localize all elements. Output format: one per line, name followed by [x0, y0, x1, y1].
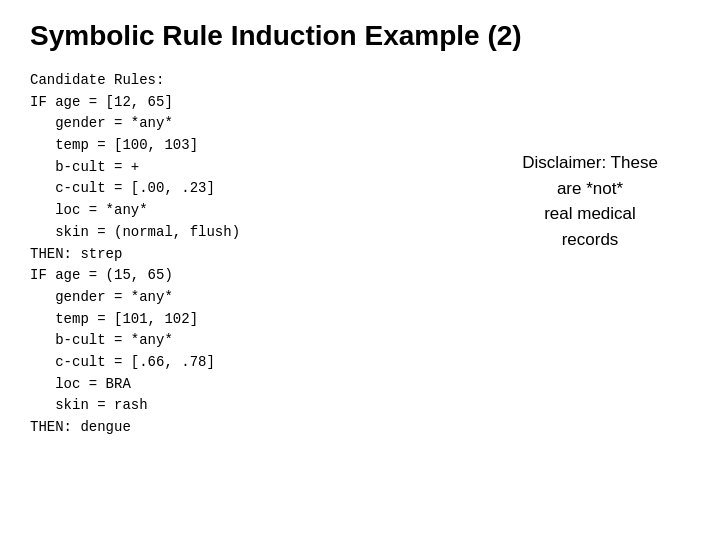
code-line-9: THEN: strep — [30, 246, 122, 262]
code-line-15: loc = BRA — [30, 376, 131, 392]
code-line-14: c-cult = [.66, .78] — [30, 354, 215, 370]
code-line-8: skin = (normal, flush) — [30, 224, 240, 240]
disclaimer-line-1: Disclaimer: These — [522, 153, 658, 172]
code-line-11: gender = *any* — [30, 289, 173, 305]
code-block: Candidate Rules: IF age = [12, 65] gende… — [30, 70, 470, 439]
code-line-4: temp = [100, 103] — [30, 137, 198, 153]
disclaimer-line-3: real medical — [544, 204, 636, 223]
content-area: Candidate Rules: IF age = [12, 65] gende… — [30, 70, 690, 439]
page-container: Symbolic Rule Induction Example (2) Cand… — [0, 0, 720, 540]
code-line-3: gender = *any* — [30, 115, 173, 131]
code-line-2: IF age = [12, 65] — [30, 94, 173, 110]
code-line-1: Candidate Rules: — [30, 72, 164, 88]
disclaimer-box: Disclaimer: These are *not* real medical… — [490, 150, 690, 252]
code-line-12: temp = [101, 102] — [30, 311, 198, 327]
code-line-5: b-cult = + — [30, 159, 139, 175]
disclaimer-line-2: are *not* — [557, 179, 623, 198]
code-line-7: loc = *any* — [30, 202, 148, 218]
code-line-6: c-cult = [.00, .23] — [30, 180, 215, 196]
disclaimer-line-4: records — [562, 230, 619, 249]
page-title: Symbolic Rule Induction Example (2) — [30, 20, 690, 52]
code-line-13: b-cult = *any* — [30, 332, 173, 348]
code-line-10: IF age = (15, 65) — [30, 267, 173, 283]
code-line-16: skin = rash — [30, 397, 148, 413]
code-line-17: THEN: dengue — [30, 419, 131, 435]
